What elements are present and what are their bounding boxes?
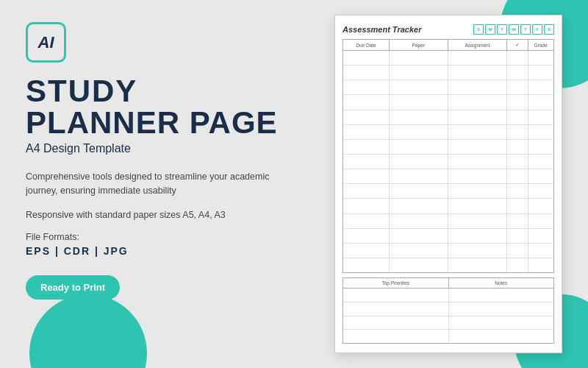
cell-paper: [390, 125, 448, 139]
cell-paper: [390, 214, 448, 228]
cell-check: [507, 169, 528, 183]
col-paper-header: Paper: [390, 40, 448, 50]
cell-grade: [528, 125, 553, 139]
table-row: [343, 229, 553, 244]
bottom-cell-priority: [343, 302, 449, 316]
cell-assignment: [448, 155, 507, 169]
bottom-row: [343, 330, 553, 343]
cell-due: [343, 258, 390, 272]
cell-due: [343, 80, 390, 94]
col-check-header: ✓: [507, 40, 528, 50]
cell-due: [343, 110, 390, 124]
file-formats-section: File Formats: EPS | CDR | JPG: [26, 232, 283, 257]
top-priorities-header: Top Priorities: [343, 278, 449, 288]
table-row: [343, 140, 553, 155]
cell-check: [507, 110, 528, 124]
day-box: W: [509, 24, 519, 35]
cell-due: [343, 95, 390, 109]
table-header-row: Due Date Paper Assignment ✓ Grade: [343, 40, 553, 51]
cell-check: [507, 244, 528, 258]
cell-paper: [390, 140, 448, 154]
cell-check: [507, 66, 528, 79]
cell-check: [507, 51, 528, 65]
day-box: S: [473, 24, 484, 35]
cell-paper: [390, 51, 448, 65]
cell-grade: [528, 95, 553, 109]
cell-paper: [390, 184, 448, 198]
cell-due: [343, 155, 390, 169]
cell-paper: [390, 169, 448, 183]
cell-paper: [390, 155, 448, 169]
cell-check: [507, 229, 528, 243]
table-row: [343, 110, 553, 125]
cell-assignment: [448, 258, 507, 272]
cell-due: [343, 169, 390, 183]
day-boxes: SMTWTFS: [473, 24, 554, 35]
cell-grade: [528, 258, 553, 272]
cell-check: [507, 199, 528, 213]
table-row: [343, 169, 553, 184]
bottom-cell-notes: [449, 330, 554, 343]
cell-paper: [390, 66, 448, 79]
cell-due: [343, 51, 390, 65]
description: Comprehensive tools designed to streamli…: [26, 170, 283, 198]
cell-assignment: [448, 66, 507, 79]
col-assignment-header: Assignment: [448, 40, 507, 50]
cell-assignment: [448, 199, 507, 213]
file-formats-values: EPS | CDR | JPG: [26, 245, 283, 257]
cell-grade: [528, 229, 553, 243]
cell-due: [343, 66, 390, 79]
cell-paper: [390, 110, 448, 124]
cell-paper: [390, 199, 448, 213]
green-circle-left-decoration: [29, 294, 147, 368]
bottom-row: [343, 316, 553, 330]
cell-grade: [528, 199, 553, 213]
ai-logo-text: AI: [38, 33, 54, 52]
right-panel: Assessment Tracker SMTWTFS Due Date Pape…: [309, 0, 588, 368]
table-row: [343, 214, 553, 229]
responsive-text: Responsive with standard paper sizes A5,…: [26, 208, 283, 222]
cell-check: [507, 258, 528, 272]
bottom-cell-notes: [449, 302, 554, 316]
table-row: [343, 244, 553, 258]
table-row: [343, 125, 553, 140]
main-container: AI STUDY PLANNER PAGE A4 Design Template…: [0, 0, 588, 368]
cell-due: [343, 229, 390, 243]
day-box: M: [485, 24, 495, 35]
notes-header: Notes: [449, 278, 554, 288]
cell-grade: [528, 169, 553, 183]
tracker-title: Assessment Tracker: [343, 25, 421, 34]
cell-grade: [528, 66, 553, 79]
col-due-date-header: Due Date: [343, 40, 390, 50]
cell-grade: [528, 155, 553, 169]
table-row: [343, 80, 553, 95]
cell-assignment: [448, 140, 507, 154]
cell-grade: [528, 184, 553, 198]
table-body: [343, 51, 553, 272]
bottom-cell-notes: [449, 289, 554, 302]
main-table: Due Date Paper Assignment ✓ Grade: [343, 39, 554, 273]
day-box: F: [532, 24, 542, 35]
bottom-cell-notes: [449, 316, 554, 330]
cell-paper: [390, 244, 448, 258]
cell-assignment: [448, 110, 507, 124]
study-title: STUDY: [26, 76, 283, 107]
cell-assignment: [448, 184, 507, 198]
cell-due: [343, 199, 390, 213]
planner-title: PLANNER PAGE: [26, 107, 283, 139]
cell-assignment: [448, 214, 507, 228]
cell-due: [343, 140, 390, 154]
cell-check: [507, 140, 528, 154]
cell-assignment: [448, 229, 507, 243]
cell-paper: [390, 229, 448, 243]
table-row: [343, 51, 553, 66]
cell-assignment: [448, 244, 507, 258]
cell-assignment: [448, 169, 507, 183]
cell-check: [507, 95, 528, 109]
cell-check: [507, 184, 528, 198]
cell-paper: [390, 95, 448, 109]
cell-due: [343, 214, 390, 228]
table-row: [343, 95, 553, 110]
table-row: [343, 66, 553, 80]
cell-check: [507, 214, 528, 228]
